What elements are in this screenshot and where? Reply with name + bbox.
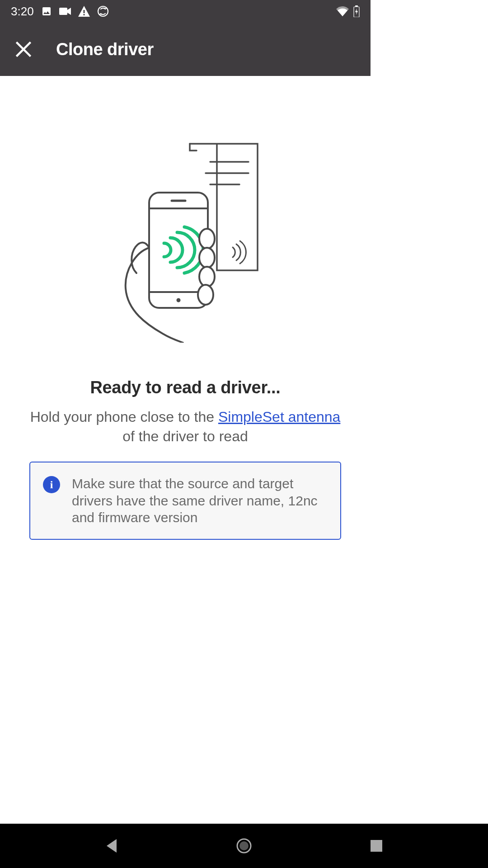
svg-rect-3 (355, 5, 358, 7)
svg-point-15 (198, 285, 213, 305)
simpleset-antenna-link[interactable]: SimpleSet antenna (218, 409, 340, 425)
no-rotate-icon (97, 5, 109, 17)
ready-title: Ready to read a driver... (90, 378, 280, 397)
svg-point-12 (199, 229, 215, 249)
instruction-text: Hold your phone close to the SimpleSet a… (0, 407, 371, 446)
main-content: Ready to read a driver... Hold your phon… (0, 76, 371, 614)
page-title: Clone driver (56, 40, 154, 59)
image-icon (41, 6, 52, 17)
battery-charging-icon (353, 5, 360, 17)
status-time: 3:20 (11, 5, 34, 19)
svg-point-13 (199, 248, 215, 268)
svg-rect-0 (59, 8, 67, 15)
instruction-pre: Hold your phone close to the (30, 409, 218, 425)
info-box: i Make sure that the source and target d… (29, 462, 341, 540)
close-button[interactable] (9, 35, 38, 64)
instruction-post: of the driver to read (122, 428, 248, 444)
close-icon (14, 40, 33, 58)
svg-point-11 (178, 299, 180, 302)
status-bar: 3:20 (0, 0, 371, 23)
info-icon: i (43, 476, 60, 493)
svg-point-14 (199, 267, 215, 287)
info-text: Make sure that the source and target dri… (72, 475, 328, 526)
wifi-icon (336, 6, 349, 16)
app-header: Clone driver (0, 23, 371, 76)
warning-icon (78, 6, 90, 17)
video-icon (59, 7, 71, 16)
nfc-read-illustration (104, 135, 267, 343)
